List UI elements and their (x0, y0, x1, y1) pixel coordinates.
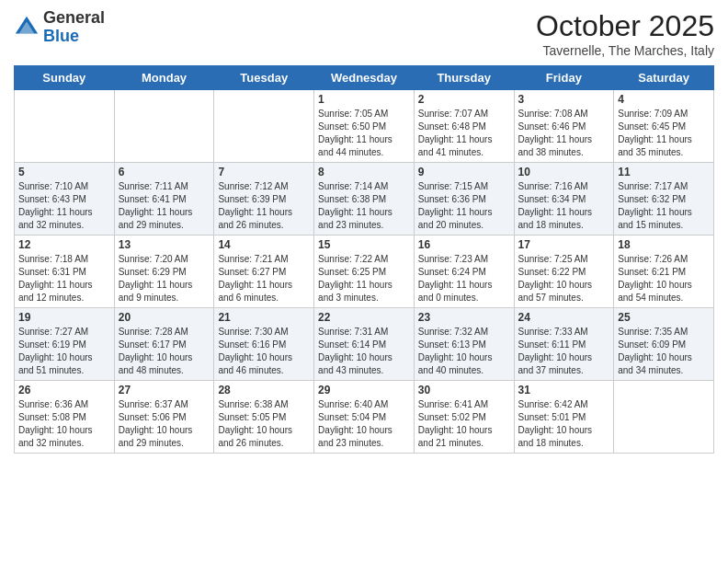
calendar-cell: 25Sunrise: 7:35 AM Sunset: 6:09 PM Dayli… (614, 308, 714, 381)
day-number: 29 (318, 384, 410, 396)
calendar-cell: 9Sunrise: 7:15 AM Sunset: 6:36 PM Daylig… (414, 163, 514, 236)
day-number: 9 (418, 166, 510, 178)
calendar-cell (114, 90, 214, 163)
day-header-saturday: Saturday (614, 66, 714, 90)
page-container: General Blue October 2025 Tavernelle, Th… (0, 0, 728, 463)
day-info: Sunrise: 7:08 AM Sunset: 6:46 PM Dayligh… (518, 108, 610, 159)
calendar-cell: 28Sunrise: 6:38 AM Sunset: 5:05 PM Dayli… (214, 381, 314, 454)
day-info: Sunrise: 7:15 AM Sunset: 6:36 PM Dayligh… (418, 180, 510, 232)
day-header-tuesday: Tuesday (214, 66, 314, 90)
logo-blue: Blue (43, 28, 105, 46)
calendar-cell (614, 381, 714, 454)
calendar-cell: 12Sunrise: 7:18 AM Sunset: 6:31 PM Dayli… (15, 236, 115, 308)
calendar-week-1: 1Sunrise: 7:05 AM Sunset: 6:50 PM Daylig… (15, 90, 714, 163)
day-info: Sunrise: 7:35 AM Sunset: 6:09 PM Dayligh… (618, 326, 710, 377)
day-number: 8 (318, 166, 410, 178)
day-header-wednesday: Wednesday (314, 66, 415, 90)
day-header-monday: Monday (114, 66, 214, 90)
day-info: Sunrise: 6:42 AM Sunset: 5:01 PM Dayligh… (518, 398, 610, 450)
day-number: 24 (518, 311, 610, 324)
calendar-cell: 30Sunrise: 6:41 AM Sunset: 5:02 PM Dayli… (414, 381, 514, 454)
logo-icon (14, 15, 40, 40)
day-number: 31 (518, 384, 610, 396)
calendar-cell: 16Sunrise: 7:23 AM Sunset: 6:24 PM Dayli… (414, 236, 514, 308)
day-number: 20 (119, 311, 210, 324)
day-number: 13 (119, 238, 210, 251)
day-number: 27 (119, 384, 210, 396)
day-number: 3 (518, 93, 610, 106)
day-info: Sunrise: 7:27 AM Sunset: 6:19 PM Dayligh… (18, 326, 110, 377)
day-info: Sunrise: 7:25 AM Sunset: 6:22 PM Dayligh… (518, 253, 610, 304)
calendar-cell (15, 90, 115, 163)
calendar-cell: 26Sunrise: 6:36 AM Sunset: 5:08 PM Dayli… (15, 381, 115, 454)
day-info: Sunrise: 7:26 AM Sunset: 6:21 PM Dayligh… (618, 253, 710, 304)
day-info: Sunrise: 7:23 AM Sunset: 6:24 PM Dayligh… (418, 253, 510, 304)
day-number: 6 (119, 166, 210, 178)
calendar-cell: 2Sunrise: 7:07 AM Sunset: 6:48 PM Daylig… (414, 90, 514, 163)
day-info: Sunrise: 7:20 AM Sunset: 6:29 PM Dayligh… (119, 253, 210, 304)
day-info: Sunrise: 7:31 AM Sunset: 6:14 PM Dayligh… (318, 326, 410, 377)
calendar-week-3: 12Sunrise: 7:18 AM Sunset: 6:31 PM Dayli… (15, 236, 714, 308)
day-number: 2 (418, 93, 510, 106)
day-info: Sunrise: 7:33 AM Sunset: 6:11 PM Dayligh… (518, 326, 610, 377)
day-info: Sunrise: 7:16 AM Sunset: 6:34 PM Dayligh… (518, 180, 610, 232)
day-number: 11 (618, 166, 710, 178)
day-number: 18 (618, 238, 710, 251)
calendar-week-4: 19Sunrise: 7:27 AM Sunset: 6:19 PM Dayli… (15, 308, 714, 381)
day-number: 4 (618, 93, 710, 106)
calendar-cell: 20Sunrise: 7:28 AM Sunset: 6:17 PM Dayli… (114, 308, 214, 381)
day-info: Sunrise: 7:17 AM Sunset: 6:32 PM Dayligh… (618, 180, 710, 232)
calendar-cell: 19Sunrise: 7:27 AM Sunset: 6:19 PM Dayli… (15, 308, 115, 381)
title-block: October 2025 Tavernelle, The Marches, It… (536, 9, 714, 58)
day-number: 30 (418, 384, 510, 396)
day-number: 28 (218, 384, 310, 396)
calendar-header-row: SundayMondayTuesdayWednesdayThursdayFrid… (15, 66, 714, 90)
day-number: 7 (218, 166, 310, 178)
day-number: 22 (318, 311, 410, 324)
day-info: Sunrise: 7:09 AM Sunset: 6:45 PM Dayligh… (618, 108, 710, 159)
day-info: Sunrise: 6:36 AM Sunset: 5:08 PM Dayligh… (18, 398, 110, 450)
calendar-cell: 31Sunrise: 6:42 AM Sunset: 5:01 PM Dayli… (514, 381, 614, 454)
calendar-cell: 18Sunrise: 7:26 AM Sunset: 6:21 PM Dayli… (614, 236, 714, 308)
day-info: Sunrise: 7:05 AM Sunset: 6:50 PM Dayligh… (318, 108, 410, 159)
logo-text: General Blue (43, 9, 105, 46)
day-number: 17 (518, 238, 610, 251)
calendar-cell: 11Sunrise: 7:17 AM Sunset: 6:32 PM Dayli… (614, 163, 714, 236)
day-number: 16 (418, 238, 510, 251)
logo-general: General (43, 9, 105, 28)
day-number: 25 (618, 311, 710, 324)
day-number: 19 (18, 311, 110, 324)
header: General Blue October 2025 Tavernelle, Th… (14, 9, 714, 58)
calendar-week-5: 26Sunrise: 6:36 AM Sunset: 5:08 PM Dayli… (15, 381, 714, 454)
calendar-cell: 8Sunrise: 7:14 AM Sunset: 6:38 PM Daylig… (314, 163, 415, 236)
day-header-sunday: Sunday (15, 66, 115, 90)
day-number: 12 (18, 238, 110, 251)
day-number: 26 (18, 384, 110, 396)
day-info: Sunrise: 7:32 AM Sunset: 6:13 PM Dayligh… (418, 326, 510, 377)
calendar-table: SundayMondayTuesdayWednesdayThursdayFrid… (14, 65, 714, 454)
day-number: 5 (18, 166, 110, 178)
calendar-cell: 29Sunrise: 6:40 AM Sunset: 5:04 PM Dayli… (314, 381, 415, 454)
calendar-cell: 1Sunrise: 7:05 AM Sunset: 6:50 PM Daylig… (314, 90, 415, 163)
day-header-friday: Friday (514, 66, 614, 90)
calendar-cell: 22Sunrise: 7:31 AM Sunset: 6:14 PM Dayli… (314, 308, 415, 381)
calendar-cell: 15Sunrise: 7:22 AM Sunset: 6:25 PM Dayli… (314, 236, 415, 308)
day-info: Sunrise: 7:30 AM Sunset: 6:16 PM Dayligh… (218, 326, 310, 377)
day-info: Sunrise: 7:21 AM Sunset: 6:27 PM Dayligh… (218, 253, 310, 304)
day-info: Sunrise: 6:41 AM Sunset: 5:02 PM Dayligh… (418, 398, 510, 450)
calendar-cell: 4Sunrise: 7:09 AM Sunset: 6:45 PM Daylig… (614, 90, 714, 163)
day-number: 14 (218, 238, 310, 251)
calendar-cell: 21Sunrise: 7:30 AM Sunset: 6:16 PM Dayli… (214, 308, 314, 381)
calendar-week-2: 5Sunrise: 7:10 AM Sunset: 6:43 PM Daylig… (15, 163, 714, 236)
day-info: Sunrise: 7:12 AM Sunset: 6:39 PM Dayligh… (218, 180, 310, 232)
calendar-cell: 23Sunrise: 7:32 AM Sunset: 6:13 PM Dayli… (414, 308, 514, 381)
location-subtitle: Tavernelle, The Marches, Italy (536, 43, 714, 58)
day-info: Sunrise: 7:11 AM Sunset: 6:41 PM Dayligh… (119, 180, 210, 232)
day-info: Sunrise: 7:14 AM Sunset: 6:38 PM Dayligh… (318, 180, 410, 232)
day-info: Sunrise: 6:37 AM Sunset: 5:06 PM Dayligh… (119, 398, 210, 450)
calendar-cell: 6Sunrise: 7:11 AM Sunset: 6:41 PM Daylig… (114, 163, 214, 236)
calendar-cell: 5Sunrise: 7:10 AM Sunset: 6:43 PM Daylig… (15, 163, 115, 236)
calendar-cell (214, 90, 314, 163)
day-number: 1 (318, 93, 410, 106)
day-info: Sunrise: 6:38 AM Sunset: 5:05 PM Dayligh… (218, 398, 310, 450)
